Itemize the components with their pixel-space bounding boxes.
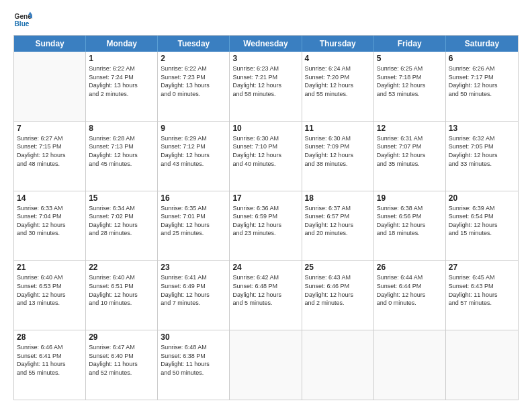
svg-text:Blue: Blue — [15, 20, 30, 28]
cell-line: Daylight: 13 hours — [89, 81, 154, 90]
logo-icon: General Blue — [13, 11, 32, 30]
cell-line: and 35 minutes. — [377, 160, 443, 169]
calendar-row-4: 28Sunrise: 6:46 AMSunset: 6:41 PMDayligh… — [14, 330, 518, 400]
calendar-row-0: 1Sunrise: 6:22 AMSunset: 7:24 PMDaylight… — [14, 52, 518, 121]
calendar-cell — [230, 330, 302, 400]
day-number: 21 — [17, 263, 83, 272]
cell-line: Sunset: 7:23 PM — [161, 73, 226, 82]
calendar-cell: 26Sunrise: 6:44 AMSunset: 6:44 PMDayligh… — [374, 261, 446, 330]
cell-line: and 0 minutes. — [161, 90, 226, 99]
cell-line: Sunrise: 6:34 AM — [89, 204, 154, 213]
cell-line: Sunrise: 6:40 AM — [89, 273, 154, 282]
cell-line: and 23 minutes. — [232, 229, 298, 238]
cell-line: Daylight: 12 hours — [305, 221, 371, 230]
cell-line: and 2 minutes. — [305, 299, 371, 308]
cell-line: Daylight: 12 hours — [449, 151, 515, 160]
cell-line: and 45 minutes. — [89, 160, 154, 169]
calendar-cell — [14, 52, 86, 121]
cell-line: and 48 minutes. — [17, 160, 83, 169]
cell-line: Daylight: 13 hours — [161, 81, 226, 90]
cell-line: Sunset: 7:24 PM — [89, 73, 154, 82]
day-number: 12 — [377, 124, 443, 133]
day-number: 7 — [17, 124, 83, 133]
cell-line: Daylight: 11 hours — [17, 360, 83, 369]
day-number: 20 — [449, 193, 515, 203]
cell-line: Sunset: 6:43 PM — [449, 282, 515, 291]
cell-line: and 38 minutes. — [305, 160, 371, 169]
day-number: 22 — [89, 263, 154, 272]
day-number: 10 — [232, 124, 298, 133]
cell-line: and 13 minutes. — [17, 299, 83, 308]
calendar-cell: 10Sunrise: 6:30 AMSunset: 7:10 PMDayligh… — [230, 122, 302, 191]
cell-line: and 57 minutes. — [449, 299, 515, 308]
cell-line: Sunrise: 6:30 AM — [232, 134, 298, 143]
cell-line: Sunset: 6:41 PM — [17, 352, 83, 361]
cell-line: Daylight: 12 hours — [161, 291, 226, 300]
day-number: 25 — [305, 263, 371, 272]
cell-line: Daylight: 12 hours — [89, 151, 154, 160]
day-number: 1 — [89, 54, 154, 63]
header-day-friday: Friday — [374, 36, 446, 52]
cell-line: and 58 minutes. — [232, 90, 298, 99]
cell-line: Sunset: 6:53 PM — [17, 282, 83, 291]
calendar-cell: 7Sunrise: 6:27 AMSunset: 7:15 PMDaylight… — [14, 122, 86, 191]
cell-line: and 18 minutes. — [377, 229, 443, 238]
cell-line: Daylight: 12 hours — [17, 151, 83, 160]
calendar-row-2: 14Sunrise: 6:33 AMSunset: 7:04 PMDayligh… — [14, 191, 518, 261]
cell-line: Sunset: 7:02 PM — [89, 212, 154, 221]
calendar-cell: 30Sunrise: 6:48 AMSunset: 6:38 PMDayligh… — [158, 330, 230, 400]
cell-line: Sunset: 7:05 PM — [449, 142, 515, 151]
day-number: 9 — [161, 124, 226, 133]
cell-line: and 50 minutes. — [161, 369, 226, 377]
day-number: 15 — [89, 193, 154, 203]
cell-line: Sunrise: 6:23 AM — [232, 64, 298, 73]
cell-line: Sunrise: 6:24 AM — [305, 64, 371, 73]
cell-line: Sunset: 6:56 PM — [377, 212, 443, 221]
calendar-cell: 3Sunrise: 6:23 AMSunset: 7:21 PMDaylight… — [230, 52, 302, 121]
cell-line: Sunset: 7:20 PM — [305, 73, 371, 82]
cell-line: Sunset: 7:12 PM — [161, 142, 226, 151]
cell-line: Daylight: 12 hours — [377, 81, 443, 90]
cell-line: Daylight: 12 hours — [17, 221, 83, 230]
day-number: 19 — [377, 193, 443, 203]
calendar-cell: 11Sunrise: 6:30 AMSunset: 7:09 PMDayligh… — [302, 122, 374, 191]
cell-line: Daylight: 12 hours — [377, 291, 443, 300]
calendar-row-1: 7Sunrise: 6:27 AMSunset: 7:15 PMDaylight… — [14, 121, 518, 191]
cell-line: Sunrise: 6:43 AM — [305, 273, 371, 282]
cell-line: and 10 minutes. — [89, 299, 154, 308]
cell-line: Sunset: 6:48 PM — [232, 282, 298, 291]
day-number: 23 — [161, 263, 226, 272]
day-number: 18 — [305, 193, 371, 203]
cell-line: and 28 minutes. — [89, 229, 154, 238]
day-number: 28 — [17, 332, 83, 342]
day-number: 24 — [232, 263, 298, 272]
calendar-body: 1Sunrise: 6:22 AMSunset: 7:24 PMDaylight… — [14, 52, 518, 400]
day-number: 4 — [305, 54, 371, 63]
cell-line: Sunset: 7:09 PM — [305, 142, 371, 151]
day-number: 16 — [161, 193, 226, 203]
cell-line: and 5 minutes. — [232, 299, 298, 308]
header-day-thursday: Thursday — [302, 36, 374, 52]
cell-line: Daylight: 12 hours — [232, 81, 298, 90]
day-number: 13 — [449, 124, 515, 133]
calendar-row-3: 21Sunrise: 6:40 AMSunset: 6:53 PMDayligh… — [14, 260, 518, 330]
calendar-header: SundayMondayTuesdayWednesdayThursdayFrid… — [14, 36, 518, 52]
calendar-cell — [446, 330, 518, 400]
cell-line: Sunrise: 6:47 AM — [89, 343, 154, 352]
cell-line: Daylight: 11 hours — [449, 291, 515, 300]
cell-line: and 20 minutes. — [305, 229, 371, 238]
day-number: 2 — [161, 54, 226, 63]
cell-line: Sunrise: 6:29 AM — [161, 134, 226, 143]
day-number: 30 — [161, 332, 226, 342]
cell-line: Daylight: 12 hours — [449, 221, 515, 230]
day-number: 17 — [232, 193, 298, 203]
logo: General Blue — [13, 11, 32, 30]
calendar-cell: 29Sunrise: 6:47 AMSunset: 6:40 PMDayligh… — [86, 330, 158, 400]
cell-line: Sunrise: 6:46 AM — [17, 343, 83, 352]
calendar-cell: 20Sunrise: 6:39 AMSunset: 6:54 PMDayligh… — [446, 191, 518, 261]
cell-line: Sunset: 7:18 PM — [377, 73, 443, 82]
calendar-cell: 22Sunrise: 6:40 AMSunset: 6:51 PMDayligh… — [86, 261, 158, 330]
calendar-cell: 6Sunrise: 6:26 AMSunset: 7:17 PMDaylight… — [446, 52, 518, 121]
cell-line: Sunset: 7:04 PM — [17, 212, 83, 221]
cell-line: Sunset: 7:17 PM — [449, 73, 515, 82]
